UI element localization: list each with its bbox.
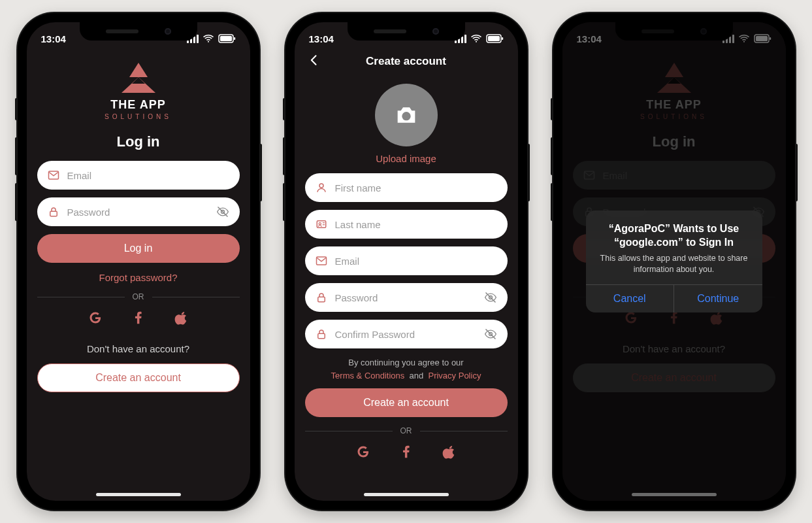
cancel-button[interactable]: Cancel [586,285,674,312]
modal-overlay: “AgoraPoC” Wants to Use “google.com” to … [562,22,786,501]
eye-off-icon[interactable] [484,328,497,341]
wifi-icon [203,33,214,44]
first-name-input[interactable] [334,182,497,194]
mail-icon [48,169,59,181]
continue-button[interactable]: Continue [674,285,762,312]
page-title: Create account [366,55,446,68]
eye-off-icon[interactable] [216,205,229,218]
facebook-icon[interactable] [399,445,414,459]
email-field[interactable] [305,246,508,275]
battery-icon [486,33,504,44]
wifi-icon [470,33,482,44]
first-name-field[interactable] [305,173,508,202]
apple-icon[interactable] [174,311,189,325]
lock-icon [316,292,327,303]
avatar-upload[interactable] [375,84,438,146]
password-input[interactable] [334,292,478,304]
user-icon [316,182,327,194]
confirm-password-input[interactable] [334,328,478,341]
password-input[interactable] [66,206,210,218]
password-field[interactable] [305,283,508,312]
forgot-password-link[interactable]: Forgot password? [37,272,240,283]
create-account-button[interactable]: Create an account [37,363,240,392]
login-button[interactable]: Log in [37,234,240,263]
no-account-text: Don't have an account? [37,343,240,354]
last-name-input[interactable] [334,218,497,231]
google-icon[interactable] [88,311,103,325]
privacy-link[interactable]: Privacy Policy [428,371,481,380]
facebook-icon[interactable] [131,311,146,325]
email-input[interactable] [66,169,229,182]
alert-title: “AgoraPoC” Wants to Use “google.com” to … [596,222,752,250]
email-input[interactable] [334,255,497,267]
alert-message: This allows the app and website to share… [596,253,752,275]
id-card-icon [316,218,327,230]
password-field[interactable] [37,197,240,226]
signin-alert: “AgoraPoC” Wants to Use “google.com” to … [586,211,762,312]
email-field[interactable] [37,161,240,190]
google-icon[interactable] [356,445,370,459]
phone-login-screen: 13:04 THE APP SOLUTIONS Log in [18,13,259,510]
apple-icon[interactable] [442,445,457,459]
camera-icon [393,102,419,128]
brand-name: THE APP [110,98,165,112]
or-divider: OR [305,426,508,435]
phone-signup-screen: 13:04 Create account Upload image [285,13,527,510]
brand-logo: THE APP SOLUTIONS [37,63,240,120]
terms-link[interactable]: Terms & Conditions [331,371,405,380]
back-button[interactable] [308,54,321,67]
logo-icon [122,63,155,94]
mail-icon [316,255,327,267]
or-divider: OR [37,292,240,301]
lock-icon [316,328,327,340]
battery-icon [218,33,236,44]
upload-image-link[interactable]: Upload image [305,153,508,164]
confirm-password-field[interactable] [305,320,508,348]
phone-alert-screen: 13:04 THE APP SOLUTIONS Log in [553,13,795,510]
status-time: 13:04 [309,33,334,44]
status-time: 13:04 [41,33,66,44]
page-title: Log in [37,133,240,150]
last-name-field[interactable] [305,210,508,239]
brand-tagline: SOLUTIONS [105,113,172,120]
lock-icon [48,206,59,218]
terms-text: By continuing you agree to our Terms & C… [305,356,508,382]
eye-off-icon[interactable] [484,291,497,304]
create-account-button[interactable]: Create an account [305,388,508,417]
